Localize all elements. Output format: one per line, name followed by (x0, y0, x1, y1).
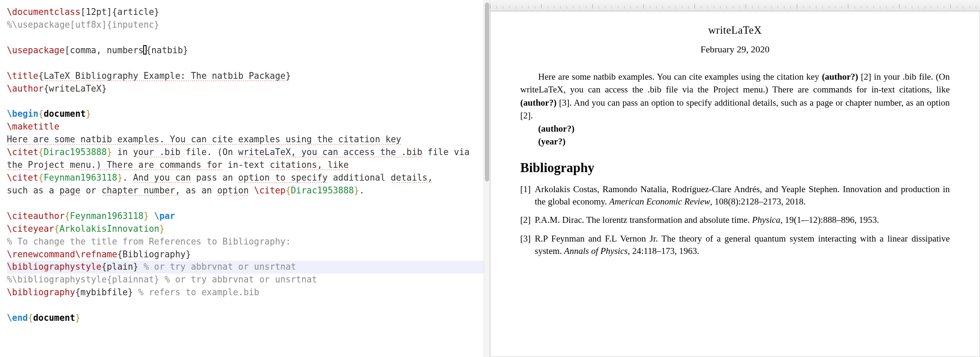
code-line[interactable]: %\bibliographystyle{plainnat} % or try a… (7, 274, 484, 286)
scrollbar-thumb[interactable] (485, 3, 489, 181)
code-line[interactable]: \citet{Dirac1953888} in your .bib file. … (7, 146, 484, 159)
code-line[interactable]: \citet{Feynman1963118}. And you can pass… (7, 172, 484, 184)
pdf-preview-pane: writeLaTeX February 29, 2020 Here are so… (490, 0, 980, 357)
bib-text: Arkolakis Costas, Ramondo Natalia, Rodrí… (535, 183, 950, 208)
latex-source-editor[interactable]: \documentclass[12pt]{article}%\usepackag… (0, 0, 490, 357)
code-line[interactable] (7, 57, 484, 70)
bib-number: [2] (520, 214, 535, 226)
code-line[interactable]: \usepackage[comma, numbers{natbib} (7, 44, 484, 57)
code-line[interactable]: \citeauthor{Feynman1963118} \par (7, 210, 484, 223)
bibliography-item: [2]P.A.M. Dirac. The lorentz transformat… (520, 214, 950, 226)
body-paragraph: Here are some natbib examples. You can c… (520, 70, 950, 122)
bib-text: R.P Feynman and F.L Vernon Jr. The theor… (535, 233, 950, 258)
document-date: February 29, 2020 (520, 44, 950, 55)
code-line[interactable] (7, 197, 484, 210)
code-line[interactable]: \bibliography{mybibfile} % refers to exa… (7, 286, 484, 299)
citeauthor-output: (author?) (520, 122, 950, 135)
pdf-page: writeLaTeX February 29, 2020 Here are so… (490, 11, 980, 357)
bib-number: [1] (520, 183, 535, 208)
bibliography-list: [1]Arkolakis Costas, Ramondo Natalia, Ro… (520, 183, 950, 258)
code-line[interactable]: \end{document} (7, 312, 484, 325)
code-line[interactable]: % To change the title from References to… (7, 236, 484, 248)
code-line[interactable]: \citeyear{ArkolakisInnovation} (7, 223, 484, 236)
code-line[interactable]: %\usepackage[utf8x]{inputenc} (7, 19, 484, 32)
document-title: writeLaTeX (520, 24, 950, 36)
bib-text: P.A.M. Dirac. The lorentz transformation… (535, 214, 950, 226)
editor-text-area[interactable]: \documentclass[12pt]{article}%\usepackag… (0, 0, 490, 357)
code-line[interactable]: the Project menu.) There are commands fo… (7, 159, 484, 172)
bib-number: [3] (520, 233, 535, 258)
code-line[interactable]: \maketitle (7, 121, 484, 133)
code-line[interactable]: \documentclass[12pt]{article} (7, 6, 484, 19)
document-body: Here are some natbib examples. You can c… (520, 70, 950, 148)
preview-ruler (490, 0, 980, 11)
citeyear-output: (year?) (520, 135, 950, 148)
code-line[interactable]: such as a page or chapter number, as an … (7, 184, 484, 197)
bibliography-item: [1]Arkolakis Costas, Ramondo Natalia, Ro… (520, 183, 950, 208)
code-line[interactable] (7, 95, 484, 108)
code-line[interactable] (7, 299, 484, 312)
code-line[interactable]: \begin{document} (7, 108, 484, 121)
code-line[interactable]: Here are some natbib examples. You can c… (7, 133, 484, 146)
code-line[interactable]: \renewcommand\refname{Bibliography} (7, 248, 484, 261)
code-line[interactable]: \title{LaTeX Bibliography Example: The n… (7, 70, 484, 83)
code-line[interactable] (7, 32, 484, 44)
code-line[interactable]: \author{writeLaTeX} (7, 83, 484, 95)
editor-scrollbar[interactable] (484, 0, 490, 357)
bibliography-item: [3]R.P Feynman and F.L Vernon Jr. The th… (520, 233, 950, 258)
bibliography-heading: Bibliography (520, 160, 950, 176)
code-line[interactable]: \bibliographystyle{plain} % or try abbrv… (7, 261, 484, 274)
